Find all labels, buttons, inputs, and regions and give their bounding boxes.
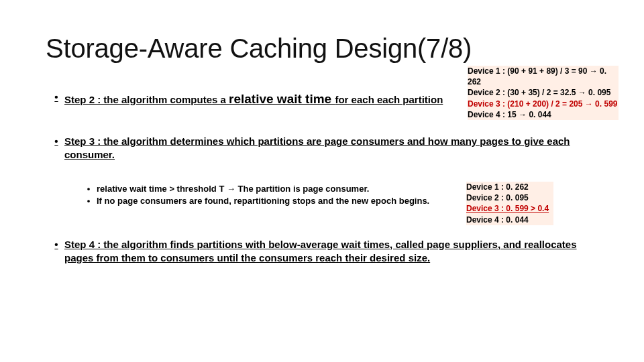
callout-result: Device 1 : 0. 262 Device 2 : 0. 095 Devi… xyxy=(466,182,553,225)
slide-title: Storage-Aware Caching Design(7/8) xyxy=(46,34,472,64)
bullet-icon: • xyxy=(52,90,60,108)
callout-line: Device 2 : (30 + 35) / 2 = 32.5 → 0. 095 xyxy=(468,87,619,98)
bullet-icon: • xyxy=(52,135,60,162)
sub-bullet-1: • relative wait time > threshold T → The… xyxy=(85,183,460,195)
bullet-icon: • xyxy=(85,195,93,207)
callout-line: Device 2 : 0. 095 xyxy=(466,192,553,203)
step3-bullet: • Step 3 : the algorithm determines whic… xyxy=(52,135,596,162)
step4-text: Step 4 : the algorithm finds partitions … xyxy=(64,238,602,265)
slide: Storage-Aware Caching Design(7/8) • Step… xyxy=(0,0,644,362)
sub2-text: If no page consumers are found, repartit… xyxy=(97,195,429,207)
sub-bullet-2: • If no page consumers are found, repart… xyxy=(85,195,460,207)
callout-line: Device 1 : 0. 262 xyxy=(466,182,553,192)
sub1-text: relative wait time > threshold T → The p… xyxy=(97,183,369,195)
callout-calc: Device 1 : (90 + 91 + 89) / 3 = 90 → 0. … xyxy=(468,66,619,120)
bullet-icon: • xyxy=(52,238,60,265)
callout-line: Device 4 : 15 → 0. 044 xyxy=(468,109,619,120)
step2-emph: relative wait time xyxy=(229,92,335,106)
callout-line: Device 3 : (210 + 200) / 2 = 205 → 0. 59… xyxy=(468,99,619,109)
step4-bullet: • Step 4 : the algorithm finds partition… xyxy=(52,238,602,265)
callout-line: Device 1 : (90 + 91 + 89) / 3 = 90 → 0. … xyxy=(468,66,619,87)
step2-suffix: for each each partition xyxy=(335,94,443,105)
step2-bullet: • Step 2 : the algorithm computes a rela… xyxy=(52,90,462,108)
bullet-icon: • xyxy=(85,183,93,195)
step3-text: Step 3 : the algorithm determines which … xyxy=(64,135,596,162)
callout-line: Device 3 : 0. 599 > 0.4 xyxy=(466,203,553,214)
step2-prefix: Step 2 : the algorithm computes a xyxy=(64,94,229,105)
callout-line: Device 4 : 0. 044 xyxy=(466,215,553,225)
